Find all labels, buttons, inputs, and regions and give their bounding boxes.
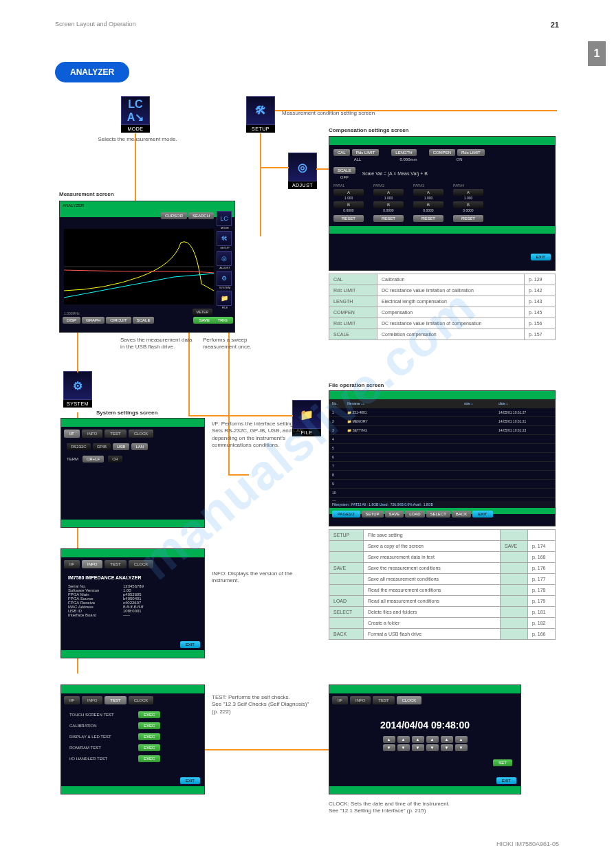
exit-button-adj[interactable]: EXIT — [531, 254, 551, 260]
mode-caption: Selects the measurement mode. — [89, 136, 186, 143]
system-if-screen: I/F INFO TEST CLOCK RS232C GPIB USB LAN … — [61, 418, 205, 528]
set-button[interactable]: SET — [493, 759, 512, 766]
tab-if[interactable]: I/F — [64, 430, 80, 438]
side-setup-icon[interactable]: 🛠 — [217, 231, 232, 246]
cr-button[interactable]: CR — [108, 456, 122, 463]
connector — [77, 331, 78, 372]
footer-right: HIOKI IM7580A961-05 — [496, 841, 559, 847]
exit-clock[interactable]: EXIT — [496, 777, 516, 784]
rs232c-button[interactable]: RS232C — [67, 443, 91, 450]
usb-button[interactable]: USB — [113, 443, 129, 450]
adjust-table: CALCalibrationp. 129Rdc LIMITDC resistan… — [329, 274, 556, 340]
connector — [228, 474, 249, 476]
cal-button[interactable]: CAL — [333, 149, 350, 156]
meter-label: METER — [193, 309, 213, 315]
file-screen: No. filename ↕↕ size ↕ date ↕ 1📁 251-400… — [329, 390, 556, 526]
lan-button[interactable]: LAN — [131, 443, 148, 450]
tab-info-4[interactable]: INFO — [350, 696, 371, 704]
tab-clock-4[interactable]: CLOCK — [397, 696, 422, 704]
info-title: IM7580 IMPEDANCE ANALYZER — [61, 571, 204, 584]
rdclimit1-button[interactable]: Rdc LIMIT — [352, 149, 380, 156]
compen-button[interactable]: COMPEN — [429, 149, 455, 156]
length-val: 0.000mm — [394, 157, 423, 162]
clock-desc: CLOCK: Sets the date and time of the ins… — [329, 801, 501, 815]
tab-if-3[interactable]: I/F — [64, 696, 80, 704]
tab-info-2[interactable]: INFO — [82, 560, 102, 568]
tab-test[interactable]: TEST — [105, 430, 126, 438]
analyzer-pill: ANALYZER — [55, 62, 129, 82]
connector — [261, 167, 289, 168]
setup-icon-block: 🛠 SETUP — [246, 96, 275, 133]
col-date[interactable]: date ↕ — [496, 401, 555, 405]
tab-if-2[interactable]: I/F — [64, 560, 80, 568]
graph-button[interactable]: GRAPH — [82, 317, 105, 324]
scale-button[interactable]: SCALE — [133, 317, 155, 324]
term-label: TERM — [67, 457, 78, 461]
side-icon-column: LCMODE 🛠SETUP ◎ADJUST ⚙SYSTEM 📁FILE — [217, 211, 233, 311]
side-system-icon[interactable]: ⚙ — [217, 271, 232, 286]
clock-screen: I/F INFO TEST CLOCK 2014/04/04 09:48:00 … — [329, 685, 521, 794]
header-left: Screen Layout and Operation — [55, 21, 136, 29]
system-icon[interactable]: ⚙ — [63, 371, 92, 400]
gpib-button[interactable]: GPIB — [93, 443, 111, 450]
adjust-icon-block: ◎ ADJUST — [288, 153, 317, 189]
tab-clock[interactable]: CLOCK — [129, 430, 154, 438]
test-desc: TEST: Performs the self checks. See "12.… — [212, 694, 315, 715]
system-icon-block: ⚙ SYSTEM — [63, 371, 92, 408]
side-file-icon[interactable]: 📁 — [217, 291, 232, 306]
tab-test-2[interactable]: TEST — [105, 560, 126, 568]
adjust-icon[interactable]: ◎ — [288, 153, 317, 181]
trig-desc: Performs a sweep measurement once. — [203, 337, 278, 351]
if-desc: I/F: Performs the interface setting. Set… — [212, 421, 315, 449]
sidebar-chapter: 1 — [588, 41, 606, 66]
scale-button-adj[interactable]: SCALE — [333, 167, 355, 174]
scale-state: OFF — [333, 175, 355, 179]
connector — [228, 331, 230, 476]
circuit-button[interactable]: CIRCUIT — [106, 317, 131, 324]
col-size[interactable]: size ↕ — [461, 401, 496, 405]
test-screen: I/F INFO TEST CLOCK TOUCH SCREEN TESTEXE… — [61, 685, 205, 794]
disp-button[interactable]: DISP — [63, 317, 80, 324]
mode-icon[interactable]: LCA↘ — [121, 96, 150, 125]
save-desc: Saves the measurement data in the USB fl… — [120, 337, 196, 351]
tab-test-3[interactable]: TEST — [105, 696, 126, 704]
cal-val: ALL — [333, 157, 382, 162]
file-table: SETUPFile save settingSave a copy of the… — [329, 529, 556, 640]
exit-info[interactable]: EXIT — [180, 641, 200, 648]
rdclimit2-button[interactable]: Rdc LIMIT — [457, 149, 485, 156]
col-no[interactable]: No. — [329, 401, 344, 405]
setup-label: SETUP — [246, 125, 275, 133]
tab-clock-2[interactable]: CLOCK — [129, 560, 154, 568]
connector — [260, 133, 261, 236]
side-mode-icon[interactable]: LC — [217, 211, 232, 226]
compen-val: ON — [435, 157, 483, 162]
section-title: Measurement screen — [59, 191, 114, 198]
length-button[interactable]: LENGTH — [391, 149, 416, 156]
system-label: SYSTEM — [63, 400, 92, 408]
mode-icon-block: LCA↘ MODE — [121, 96, 150, 133]
search-button[interactable]: SEARCH — [188, 212, 214, 219]
scale-formula: Scale Val = (A × Meas Val) + B — [362, 171, 428, 176]
file-title: File operation screen — [329, 382, 384, 389]
col-filename[interactable]: filename ↕↕ — [344, 401, 461, 405]
analyzer-graph — [64, 229, 214, 304]
tab-if-4[interactable]: I/F — [332, 696, 348, 704]
info-desc: INFO: Displays the version of the instru… — [212, 570, 315, 585]
info-screen: I/F INFO TEST CLOCK IM7580 IMPEDANCE ANA… — [61, 548, 205, 658]
setup-icon[interactable]: 🛠 — [246, 96, 275, 125]
cursor-button[interactable]: CURSOR — [161, 212, 187, 219]
system-title: System settings screen — [96, 410, 157, 416]
trig-button[interactable]: TRIG — [212, 317, 233, 324]
adjust-label: ADJUST — [288, 181, 317, 189]
crlf-button[interactable]: CR+LF — [83, 456, 104, 463]
adjust-screen: CALRdc LIMIT LENGTH COMPENRdc LIMIT ALL … — [329, 136, 556, 271]
page-number: 21 — [551, 21, 559, 29]
tab-info-3[interactable]: INFO — [82, 696, 102, 704]
side-adjust-icon[interactable]: ◎ — [217, 251, 232, 266]
tab-info[interactable]: INFO — [82, 430, 102, 438]
adjust-title: Compensation settings screen — [329, 127, 408, 134]
connector — [188, 415, 293, 416]
exit-test[interactable]: EXIT — [180, 777, 200, 784]
tab-test-4[interactable]: TEST — [373, 696, 394, 704]
tab-clock-3[interactable]: CLOCK — [129, 696, 154, 704]
